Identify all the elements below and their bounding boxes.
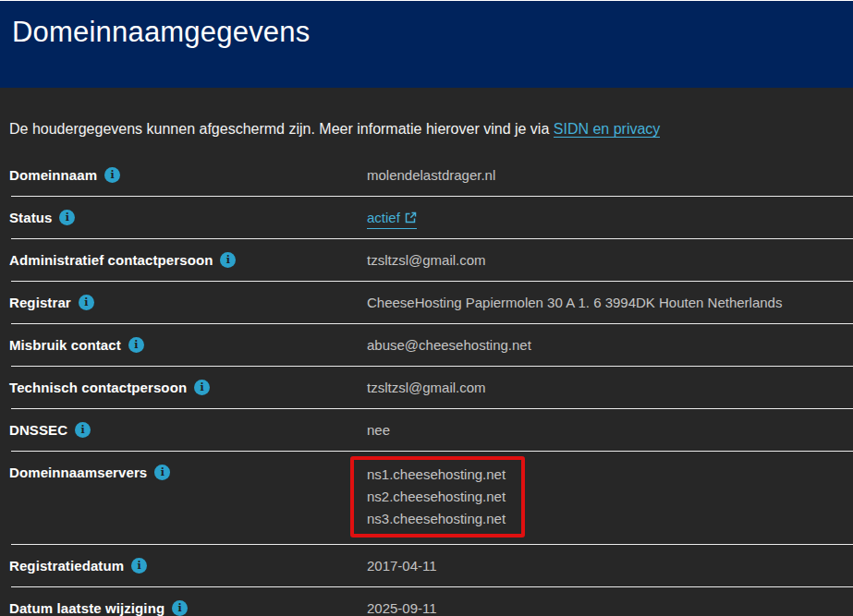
status-link[interactable]: actief xyxy=(367,209,417,229)
row-value: molendelastdrager.nl xyxy=(367,166,853,184)
row-value-cell: CheeseHosting Papiermolen 30 A 1. 6 3994… xyxy=(367,294,853,324)
row-label-cell: DNSSEC i xyxy=(9,421,367,452)
info-icon[interactable]: i xyxy=(154,465,170,480)
info-icon[interactable]: i xyxy=(59,210,75,225)
row-label: Misbruik contact xyxy=(9,336,121,354)
info-icon[interactable]: i xyxy=(79,295,94,310)
status-link-label: actief xyxy=(367,209,400,226)
row-value-cell: 2017-04-11 xyxy=(367,557,853,587)
info-icon[interactable]: i xyxy=(75,422,91,438)
domain-details-table: Domeinnaam i molendelastdrager.nl Status… xyxy=(0,154,853,616)
info-icon[interactable]: i xyxy=(128,337,144,353)
whois-result-page: Domeinnaamgegevens De houdergegevens kun… xyxy=(0,0,853,616)
table-row: Domeinnaam i molendelastdrager.nl xyxy=(0,154,853,197)
row-value: nee xyxy=(367,421,853,439)
row-value-cell: actief xyxy=(367,209,853,239)
info-icon[interactable]: i xyxy=(194,380,210,395)
table-row: Registrar i CheeseHosting Papiermolen 30… xyxy=(0,282,853,324)
row-value-cell: nee xyxy=(367,421,853,452)
table-row: Misbruik contact i abuse@cheesehosting.n… xyxy=(0,324,853,367)
row-label: Registrar xyxy=(9,294,71,311)
content-area: De houdergegevens kunnen afgeschermd zij… xyxy=(0,88,853,616)
table-row: DNSSEC i nee xyxy=(0,409,853,452)
row-value-cell: tzsltzsl@gmail.com xyxy=(367,251,853,282)
page-header: Domeinnaamgegevens xyxy=(0,0,853,88)
table-row: Status i actief xyxy=(0,197,853,239)
row-label: DNSSEC xyxy=(9,421,67,439)
row-label-cell: Domeinnaam i xyxy=(9,166,367,197)
row-label-cell: Domeinnaamservers i xyxy=(9,464,367,537)
row-value: ns3.cheesehosting.net xyxy=(367,508,506,530)
sidn-privacy-link[interactable]: SIDN en privacy xyxy=(554,121,661,138)
row-label-cell: Registrar i xyxy=(9,294,367,324)
highlight-box: ns1.cheesehosting.netns2.cheesehosting.n… xyxy=(350,456,525,537)
info-icon[interactable]: i xyxy=(220,252,236,268)
info-icon[interactable]: i xyxy=(131,558,147,574)
row-label-cell: Registratiedatum i xyxy=(9,557,367,587)
row-label: Administratief contactpersoon xyxy=(9,251,213,269)
row-value-cell: tzsltzsl@gmail.com xyxy=(367,379,853,409)
info-icon[interactable]: i xyxy=(104,167,120,183)
row-label-cell: Datum laatste wijziging i xyxy=(9,599,367,616)
row-label-cell: Status i xyxy=(9,209,367,239)
row-value: tzsltzsl@gmail.com xyxy=(367,251,853,269)
row-value-cell: 2025-09-11 xyxy=(367,599,853,616)
row-label-cell: Technisch contactpersoon i xyxy=(9,379,367,409)
row-label-cell: Misbruik contact i xyxy=(9,336,367,367)
row-label: Technisch contactpersoon xyxy=(9,379,187,396)
row-label: Domeinnaam xyxy=(9,166,97,184)
row-value-cell: molendelastdrager.nl xyxy=(367,166,853,197)
row-value: 2025-09-11 xyxy=(367,599,853,616)
table-row: Administratief contactpersoon i tzsltzsl… xyxy=(0,239,853,282)
row-value: CheeseHosting Papiermolen 30 A 1. 6 3994… xyxy=(367,294,853,311)
row-value-cell: abuse@cheesehosting.net xyxy=(367,336,853,367)
privacy-notice-text: De houdergegevens kunnen afgeschermd zij… xyxy=(9,121,554,137)
row-label-cell: Administratief contactpersoon i xyxy=(9,251,367,282)
row-label: Registratiedatum xyxy=(9,557,124,574)
row-label: Status xyxy=(9,209,52,226)
row-value: ns1.cheesehosting.net xyxy=(367,464,506,486)
row-value: tzsltzsl@gmail.com xyxy=(367,379,853,396)
row-value: 2017-04-11 xyxy=(367,557,853,574)
info-icon[interactable]: i xyxy=(172,600,188,616)
row-label: Domeinnaamservers xyxy=(9,464,147,481)
external-link-icon xyxy=(405,211,417,223)
table-row: Domeinnaamservers i ns1.cheesehosting.ne… xyxy=(0,452,853,545)
table-row: Datum laatste wijziging i 2025-09-11 xyxy=(0,587,853,616)
page-title: Domeinnaamgegevens xyxy=(12,16,853,49)
row-value: abuse@cheesehosting.net xyxy=(367,336,853,354)
table-row: Registratiedatum i 2017-04-11 xyxy=(0,545,853,587)
row-value-cell: ns1.cheesehosting.netns2.cheesehosting.n… xyxy=(367,464,853,537)
row-value: ns2.cheesehosting.net xyxy=(367,486,506,508)
table-row: Technisch contactpersoon i tzsltzsl@gmai… xyxy=(0,367,853,409)
row-label: Datum laatste wijziging xyxy=(9,599,165,616)
privacy-notice: De houdergegevens kunnen afgeschermd zij… xyxy=(9,119,853,139)
